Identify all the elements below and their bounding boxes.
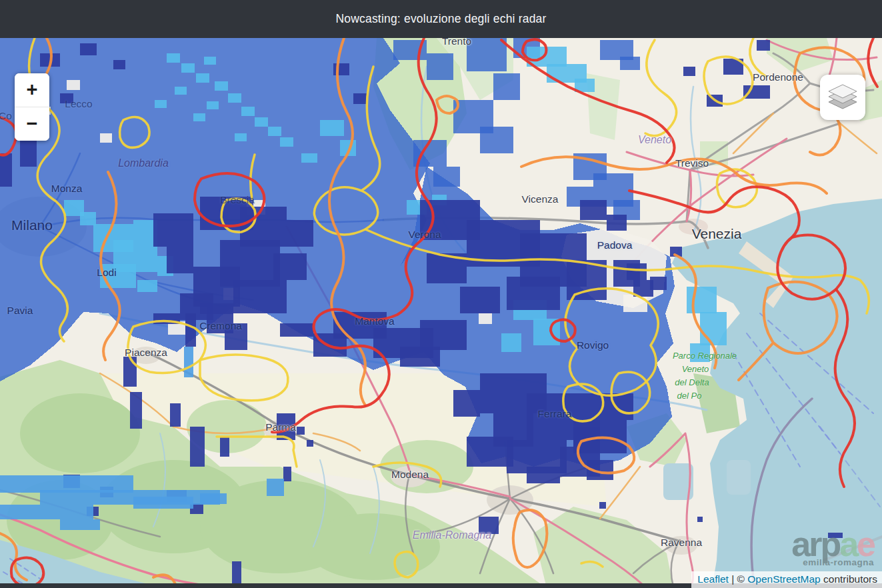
zoom-control: + − xyxy=(15,73,49,141)
nowcasting-app: TrentoPordenoneVenetoTrevisoVicenzaVenez… xyxy=(0,0,882,588)
layers-icon xyxy=(827,82,858,113)
zoom-out-button[interactable]: − xyxy=(15,107,49,141)
map-attribution: Leaflet | © OpenStreetMap contributors xyxy=(691,571,882,588)
app-header: Nowcasting: evoluzione degli echi radar xyxy=(0,0,882,38)
arpae-logo-word: arpae xyxy=(791,531,874,559)
map-canvas xyxy=(0,0,882,588)
attribution-copyright: © xyxy=(737,573,748,585)
arpae-logo-subtitle: emilia-romagna xyxy=(791,559,874,567)
radar-map[interactable]: TrentoPordenoneVenetoTrevisoVicenzaVenez… xyxy=(0,0,882,588)
layers-control[interactable] xyxy=(820,75,865,120)
page-title: Nowcasting: evoluzione degli echi radar xyxy=(335,12,546,26)
attribution-separator: | xyxy=(729,573,737,585)
osm-link[interactable]: OpenStreetMap xyxy=(747,573,820,585)
arpae-logo: arpae emilia-romagna xyxy=(791,531,874,567)
zoom-in-button[interactable]: + xyxy=(15,73,49,107)
attribution-contributors: contributors xyxy=(821,573,877,585)
leaflet-link[interactable]: Leaflet xyxy=(697,573,729,585)
